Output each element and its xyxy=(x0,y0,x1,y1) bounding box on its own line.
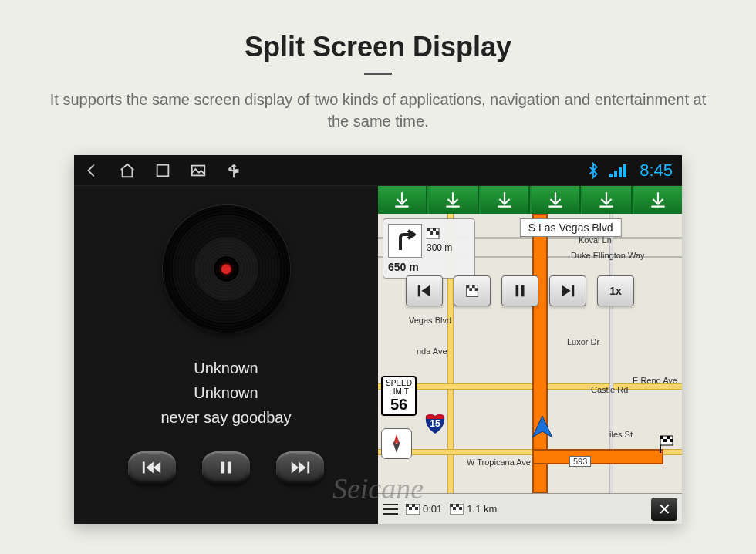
track-metadata: Unknown Unknown never say goodbay xyxy=(160,356,291,430)
signal-icon xyxy=(609,164,626,177)
svg-rect-21 xyxy=(472,285,475,289)
sim-next-button[interactable] xyxy=(549,275,586,306)
svg-rect-42 xyxy=(412,504,415,507)
status-bar: 8:45 xyxy=(74,155,682,186)
gps-position-icon xyxy=(529,414,555,441)
interstate-number: 15 xyxy=(424,413,446,434)
music-controls xyxy=(128,451,324,484)
svg-rect-36 xyxy=(670,439,673,442)
previous-button[interactable] xyxy=(128,451,176,484)
road-label: Vegas Blvd xyxy=(409,316,451,325)
home-icon[interactable] xyxy=(119,162,136,179)
svg-marker-30 xyxy=(532,416,552,437)
nav-close-button[interactable]: ✕ xyxy=(651,498,677,521)
svg-rect-41 xyxy=(406,504,409,507)
svg-marker-10 xyxy=(299,462,305,474)
svg-rect-16 xyxy=(436,231,439,235)
turn-right-icon xyxy=(388,224,422,258)
svg-rect-24 xyxy=(516,285,519,297)
svg-rect-35 xyxy=(663,439,667,442)
sim-waypoint-button[interactable] xyxy=(454,275,491,306)
svg-rect-27 xyxy=(572,285,575,297)
svg-rect-20 xyxy=(467,285,470,289)
svg-marker-9 xyxy=(292,462,299,474)
svg-rect-25 xyxy=(521,285,525,297)
page-subtitle: It supports the same screen display of t… xyxy=(39,89,717,132)
road-label: E Reno Ave xyxy=(633,376,677,385)
eta-flag-icon xyxy=(406,504,420,515)
speed-limit-sign: SPEED LIMIT 56 xyxy=(381,376,417,416)
svg-rect-17 xyxy=(418,285,420,297)
svg-rect-47 xyxy=(456,504,459,507)
svg-marker-6 xyxy=(154,462,160,474)
gallery-icon[interactable] xyxy=(190,162,207,179)
route-segment xyxy=(532,449,663,464)
svg-marker-29 xyxy=(393,441,400,453)
nav-bottom-bar: 0:01 1.1 km ✕ xyxy=(378,493,682,524)
simulation-controls: 1x xyxy=(406,275,634,306)
svg-rect-11 xyxy=(307,462,309,474)
road-number-label: 593 xyxy=(569,456,591,467)
usb-icon[interactable] xyxy=(225,162,242,179)
svg-marker-5 xyxy=(147,462,154,474)
speed-limit-value: 56 xyxy=(383,396,415,413)
remaining-distance-label: 1.1 km xyxy=(467,503,497,515)
road-label: iles St xyxy=(609,430,633,439)
download-arrow-icon xyxy=(378,186,427,214)
bluetooth-icon xyxy=(585,162,602,179)
total-distance: 650 m xyxy=(388,261,470,273)
eta-label: 0:01 xyxy=(423,503,442,515)
svg-point-2 xyxy=(229,167,231,170)
nav-menu-button[interactable] xyxy=(383,503,398,515)
svg-rect-8 xyxy=(228,462,231,474)
svg-rect-48 xyxy=(453,507,456,510)
road-label: nda Ave xyxy=(417,346,447,356)
title-underline xyxy=(364,73,392,75)
svg-marker-26 xyxy=(562,285,571,297)
svg-rect-46 xyxy=(450,504,453,507)
road-label: Duke Ellington Way xyxy=(571,251,645,260)
download-arrow-icon xyxy=(582,186,632,214)
destination-flag-icon xyxy=(656,434,676,458)
svg-rect-15 xyxy=(430,231,433,235)
turn-card: 300 m 650 m xyxy=(383,218,475,279)
road-label: Castle Rd xyxy=(591,385,628,394)
svg-rect-13 xyxy=(427,228,430,231)
map-canvas[interactable]: 300 m 650 m S Las Vegas Blvd 1x Koval Ln xyxy=(378,214,682,524)
svg-marker-18 xyxy=(421,285,430,297)
compass-icon[interactable] xyxy=(381,428,412,459)
sim-pause-button[interactable] xyxy=(501,275,538,306)
split-container: Unknown Unknown never say goodbay xyxy=(74,186,682,524)
road-label: Koval Ln xyxy=(579,235,612,245)
download-arrow-icon xyxy=(429,186,478,214)
download-arrow-icon xyxy=(532,186,581,214)
sim-prev-button[interactable] xyxy=(406,275,443,306)
track-label: never say goodbay xyxy=(160,405,291,430)
pause-button[interactable] xyxy=(202,451,250,484)
next-button[interactable] xyxy=(276,451,324,484)
svg-rect-0 xyxy=(157,164,169,176)
back-icon[interactable] xyxy=(83,162,100,179)
waypoint-flag-icon xyxy=(427,228,440,239)
navigation-panel[interactable]: 300 m 650 m S Las Vegas Blvd 1x Koval Ln xyxy=(378,186,682,524)
album-art-disc xyxy=(163,205,290,333)
music-panel: Unknown Unknown never say goodbay xyxy=(74,186,378,524)
current-street-label: S Las Vegas Blvd xyxy=(520,218,622,237)
clock: 8:45 xyxy=(634,160,673,181)
recent-apps-icon[interactable] xyxy=(154,162,171,179)
svg-rect-4 xyxy=(143,462,145,474)
download-arrow-icon xyxy=(634,186,682,214)
artist-label: Unknown xyxy=(160,356,291,380)
svg-rect-7 xyxy=(221,462,224,474)
svg-rect-49 xyxy=(459,507,462,510)
svg-rect-14 xyxy=(433,228,436,231)
download-arrow-icon xyxy=(481,186,530,214)
svg-rect-23 xyxy=(475,288,478,291)
svg-rect-22 xyxy=(469,288,472,291)
download-indicator-bar xyxy=(378,186,682,214)
sim-speed-button[interactable]: 1x xyxy=(597,275,634,306)
remaining-flag-icon xyxy=(450,504,464,515)
device-frame: 8:45 Unknown Unknown never say goodbay xyxy=(74,155,682,524)
svg-rect-44 xyxy=(415,507,418,510)
speed-limit-text: SPEED LIMIT xyxy=(383,379,415,396)
